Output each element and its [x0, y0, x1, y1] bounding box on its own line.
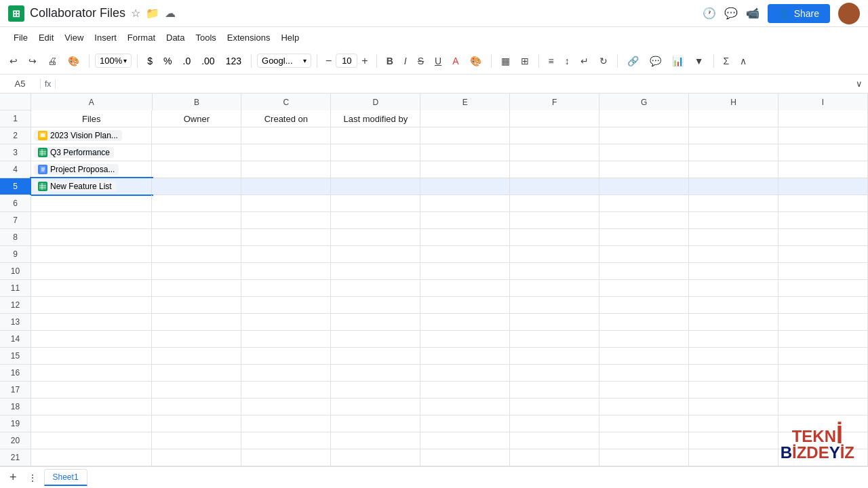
menu-file[interactable]: File — [8, 30, 33, 45]
undo-button[interactable]: ↩ — [5, 53, 22, 69]
decimal-more-button[interactable]: .00 — [197, 53, 218, 69]
cell-c12[interactable] — [241, 297, 331, 313]
cell-i17[interactable] — [778, 382, 868, 398]
cell-g10[interactable] — [599, 263, 689, 279]
cell-b19[interactable] — [152, 415, 241, 432]
cell-i15[interactable] — [778, 348, 868, 364]
zoom-selector[interactable]: 100% ▾ — [95, 54, 132, 68]
cell-d5[interactable] — [331, 178, 420, 195]
cell-c20[interactable] — [241, 432, 331, 449]
chat-icon[interactable]: 💬 — [724, 7, 738, 20]
cell-f12[interactable] — [510, 297, 599, 313]
merge-button[interactable]: ⊞ — [517, 53, 533, 69]
menu-insert[interactable]: Insert — [89, 30, 122, 45]
cell-i18[interactable] — [778, 399, 868, 415]
cell-a6[interactable] — [31, 195, 152, 211]
cell-f6[interactable] — [510, 195, 599, 211]
cell-i11[interactable] — [778, 280, 868, 296]
cell-reference[interactable]: A5 — [0, 79, 41, 89]
cell-e15[interactable] — [420, 348, 510, 364]
cell-e6[interactable] — [420, 195, 510, 211]
document-title[interactable]: Collaborator Files — [30, 6, 125, 20]
cell-d2[interactable] — [331, 127, 420, 144]
cell-g3[interactable] — [599, 144, 689, 161]
cell-i10[interactable] — [778, 263, 868, 279]
cell-g8[interactable] — [599, 229, 689, 245]
cell-f1[interactable] — [510, 110, 599, 127]
cell-g18[interactable] — [599, 399, 689, 415]
cell-b12[interactable] — [152, 297, 241, 313]
cell-c18[interactable] — [241, 399, 331, 415]
valign-button[interactable]: ↕ — [561, 53, 574, 69]
cloud-icon[interactable]: ☁ — [165, 7, 176, 20]
share-button[interactable]: 👤 Share — [768, 4, 830, 23]
star-icon[interactable]: ☆ — [131, 7, 140, 20]
cell-c11[interactable] — [241, 280, 331, 296]
cell-g21[interactable] — [599, 449, 689, 466]
cell-h17[interactable] — [689, 382, 778, 398]
row-number[interactable]: 15 — [0, 348, 31, 364]
cell-g2[interactable] — [599, 127, 689, 144]
cell-g11[interactable] — [599, 280, 689, 296]
cell-g12[interactable] — [599, 297, 689, 313]
row-number[interactable]: 20 — [0, 432, 31, 449]
currency-button[interactable]: $ — [143, 53, 157, 69]
cell-a2[interactable]: 2023 Vision Plan... — [31, 127, 152, 144]
cell-a5[interactable]: New Feature List — [31, 178, 152, 195]
menu-edit[interactable]: Edit — [33, 30, 59, 45]
cell-f15[interactable] — [510, 348, 599, 364]
cell-h14[interactable] — [689, 331, 778, 347]
history-icon[interactable]: 🕐 — [703, 7, 716, 20]
cell-i3[interactable] — [778, 144, 868, 161]
cell-f16[interactable] — [510, 365, 599, 381]
cell-f21[interactable] — [510, 449, 599, 466]
cell-i16[interactable] — [778, 365, 868, 381]
cell-e16[interactable] — [420, 365, 510, 381]
cell-b2[interactable] — [152, 127, 241, 144]
cell-i9[interactable] — [778, 246, 868, 262]
cell-f8[interactable] — [510, 229, 599, 245]
cell-b1[interactable]: Owner — [152, 110, 241, 127]
cell-c8[interactable] — [241, 229, 331, 245]
cell-f17[interactable] — [510, 382, 599, 398]
row-number[interactable]: 11 — [0, 280, 31, 296]
cell-i7[interactable] — [778, 212, 868, 228]
cell-g20[interactable] — [599, 432, 689, 449]
cell-h12[interactable] — [689, 297, 778, 313]
cell-f7[interactable] — [510, 212, 599, 228]
text-color-button[interactable]: A — [448, 53, 462, 69]
menu-view[interactable]: View — [59, 30, 89, 45]
menu-help[interactable]: Help — [275, 30, 304, 45]
cell-b4[interactable] — [152, 161, 241, 178]
sheet-menu-button[interactable]: ⋮ — [24, 470, 41, 486]
row-number[interactable]: 4 — [0, 161, 31, 178]
cell-d8[interactable] — [331, 229, 420, 245]
cell-c4[interactable] — [241, 161, 331, 178]
row-number[interactable]: 5 — [0, 178, 31, 195]
cell-a21[interactable] — [31, 449, 152, 466]
meet-icon[interactable]: 📹 — [746, 7, 760, 20]
cell-c7[interactable] — [241, 212, 331, 228]
cell-h10[interactable] — [689, 263, 778, 279]
menu-extensions[interactable]: Extensions — [222, 30, 276, 45]
cell-i8[interactable] — [778, 229, 868, 245]
italic-button[interactable]: I — [400, 53, 411, 69]
col-header-e[interactable]: E — [420, 94, 510, 110]
formula-input[interactable] — [56, 79, 850, 89]
cell-h8[interactable] — [689, 229, 778, 245]
col-header-c[interactable]: C — [241, 94, 331, 110]
formula-expand-button[interactable]: ∨ — [850, 79, 868, 89]
cell-b17[interactable] — [152, 382, 241, 398]
cell-a13[interactable] — [31, 314, 152, 330]
cell-e20[interactable] — [420, 432, 510, 449]
cell-c6[interactable] — [241, 195, 331, 211]
cell-i1[interactable] — [778, 110, 868, 127]
halign-button[interactable]: ≡ — [545, 53, 558, 69]
cell-g14[interactable] — [599, 331, 689, 347]
col-header-g[interactable]: G — [599, 94, 689, 110]
file-chip-q3[interactable]: Q3 Performance — [34, 147, 114, 158]
underline-button[interactable]: U — [431, 53, 446, 69]
menu-data[interactable]: Data — [161, 30, 190, 45]
row-number[interactable]: 17 — [0, 382, 31, 398]
cell-h18[interactable] — [689, 399, 778, 415]
